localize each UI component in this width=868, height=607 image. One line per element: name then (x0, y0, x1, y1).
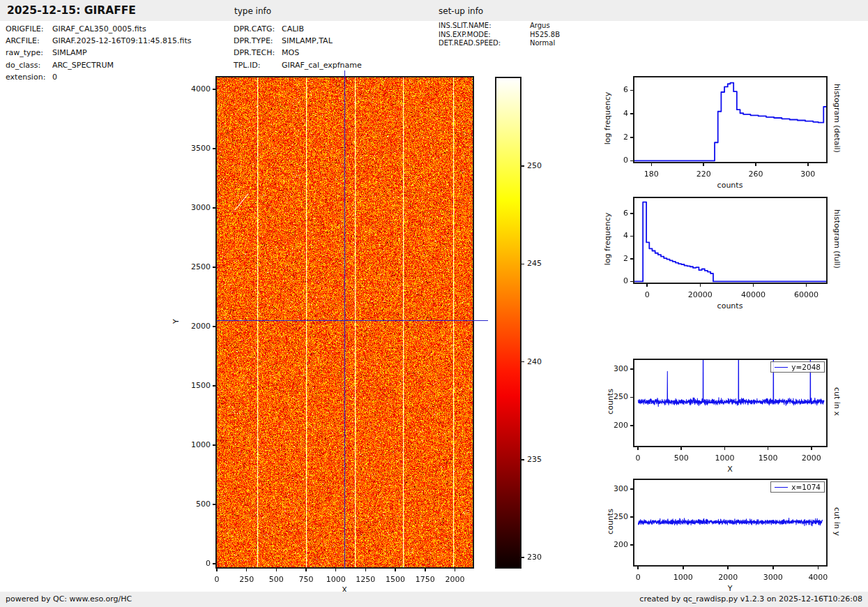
x-tick-label: 180 (634, 170, 669, 179)
cut-y-ylabel: counts (606, 452, 615, 592)
type-info-heading: type info (234, 6, 271, 16)
cut_y-plot-canvas (634, 480, 826, 565)
footer-left-text: powered by QC: www.eso.org/HC (6, 594, 132, 604)
x-tick-mark (637, 567, 639, 569)
cut-x-xlabel: X (660, 465, 800, 474)
setup-info-row: INS.SLIT.NAME:Argus (439, 22, 560, 31)
field-value: SIMLAMP,TAL (282, 36, 333, 45)
x-tick-label: 1000 (666, 573, 701, 582)
colorbar-gradient (496, 78, 520, 567)
legend-line-sample (775, 367, 788, 368)
y-tick-label: 200 (595, 421, 628, 430)
x-tick-label: 500 (664, 454, 699, 463)
hist-full-right-label: histogram (full) (832, 170, 842, 309)
x-tick-label: 3000 (756, 573, 791, 582)
y-tick-label: 3000 (177, 203, 211, 212)
x-tick-label: 60000 (789, 290, 823, 299)
field-label: do_class: (6, 59, 52, 71)
y-tick-label: 2 (595, 133, 628, 142)
y-tick-mark (630, 236, 633, 237)
field-value: ARC_SPECTRUM (52, 61, 114, 70)
field-value: MOS (282, 48, 299, 57)
y-tick-mark (213, 504, 215, 505)
field-value: CALIB (282, 24, 304, 33)
colorbar-tick-label: 235 (527, 455, 542, 464)
y-tick-label: 2 (595, 254, 628, 263)
x-tick-label: 220 (686, 170, 721, 179)
y-tick-mark (213, 89, 215, 90)
x-tick-mark (811, 447, 812, 450)
x-tick-mark (335, 569, 337, 571)
y-tick-mark (630, 368, 633, 370)
y-tick-label: 4 (595, 231, 628, 240)
y-tick-mark (630, 137, 633, 138)
y-tick-mark (630, 90, 633, 91)
footer-right-text: created by qc_rawdisp.py v1.2.3 on 2025-… (639, 594, 862, 604)
x-tick-label: 1000 (707, 454, 742, 463)
y-tick-mark (630, 281, 633, 283)
setup-info-heading: set-up info (439, 6, 483, 16)
setup-info-block: INS.SLIT.NAME:Argus INS.EXP.MODE:H525.8B… (439, 22, 560, 48)
x-tick-label: 2000 (710, 573, 745, 582)
x-tick-label: 2000 (437, 575, 472, 584)
field-value: SIMLAMP (52, 48, 87, 57)
colorbar-tick-mark (521, 361, 524, 363)
field-label: ARCFILE: (6, 35, 52, 47)
file-info-row: extension:0 (6, 71, 192, 83)
field-value: Argus (530, 22, 550, 29)
field-value: GIRAF_CAL350_0005.fits (52, 24, 146, 33)
setup-info-row: INS.EXP.MODE:H525.8B (439, 31, 560, 40)
x-tick-label: 0 (630, 290, 664, 299)
y-tick-label: 300 (595, 364, 628, 373)
x-tick-label: 300 (791, 170, 825, 179)
y-tick-label: 3500 (177, 144, 211, 153)
y-tick-label: 6 (595, 85, 628, 94)
type-info-row: DPR.CATG:CALIB (234, 23, 362, 35)
x-tick-label: 2000 (794, 454, 829, 463)
y-tick-label: 200 (595, 540, 628, 549)
x-tick-label: 20000 (683, 290, 717, 299)
x-tick-label: 260 (738, 170, 773, 179)
y-tick-label: 4000 (177, 84, 211, 93)
y-tick-label: 2000 (177, 322, 211, 331)
type-info-row: TPL.ID:GIRAF_cal_expfname (234, 59, 362, 71)
x-tick-mark (818, 567, 819, 569)
y-tick-mark (213, 148, 215, 149)
y-tick-mark (630, 425, 633, 426)
field-value: GIRAF_cal_expfname (282, 61, 362, 70)
colorbar-tick-label: 245 (527, 259, 542, 268)
y-tick-label: 500 (177, 500, 211, 509)
cut-x-right-label: cut in x (832, 332, 842, 472)
field-label: DPR.TYPE: (234, 35, 282, 47)
hist_full-plot-canvas (634, 198, 826, 283)
field-label: TPL.ID: (234, 59, 282, 71)
field-value: H525.8B (530, 31, 560, 38)
y-tick-mark (213, 326, 215, 327)
x-tick-mark (216, 569, 218, 571)
x-tick-mark (395, 569, 396, 571)
page-title: 2025-12-15: GIRAFFE (7, 4, 136, 17)
field-label: DPR.TECH: (234, 47, 282, 59)
y-tick-mark (630, 213, 633, 214)
x-tick-label: 1500 (751, 454, 786, 463)
y-tick-mark (213, 563, 215, 564)
x-tick-mark (753, 284, 754, 287)
colorbar-tick-label: 250 (527, 161, 542, 170)
y-tick-label: 2500 (177, 262, 211, 271)
x-tick-mark (772, 567, 774, 569)
field-value: Normal (530, 39, 555, 47)
y-tick-label: 300 (595, 484, 628, 493)
hist-detail-xlabel: counts (660, 181, 800, 190)
legend-label: x=1074 (791, 483, 821, 491)
x-tick-mark (680, 447, 682, 450)
x-tick-mark (807, 163, 809, 166)
y-tick-label: 250 (595, 512, 628, 521)
x-tick-mark (768, 447, 769, 450)
field-label: DPR.CATG: (234, 23, 282, 35)
x-tick-mark (683, 567, 684, 569)
colorbar-tick-mark (521, 459, 524, 460)
field-label: INS.EXP.MODE: (439, 31, 530, 40)
x-tick-mark (425, 569, 426, 571)
x-tick-mark (651, 163, 653, 166)
x-tick-mark (637, 447, 639, 450)
